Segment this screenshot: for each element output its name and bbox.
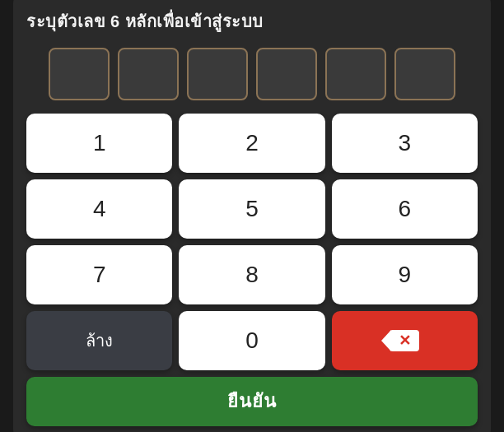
key-6-button[interactable]: 6 <box>332 179 478 239</box>
key-9-button[interactable]: 9 <box>332 245 478 304</box>
key-5-button[interactable]: 5 <box>179 179 324 239</box>
pin-entry-container: ระบุตัวเลข 6 หลักเพื่อเข้าสู่ระบบ 1 2 3 … <box>13 0 491 432</box>
key-1-button[interactable]: 1 <box>26 114 172 173</box>
delete-button[interactable]: ✕ <box>332 311 478 370</box>
key-2-button[interactable]: 2 <box>179 114 324 173</box>
key-4-button[interactable]: 4 <box>26 179 172 239</box>
key-8-button[interactable]: 8 <box>179 245 324 304</box>
digit-box-1 <box>49 48 110 100</box>
backspace-icon: ✕ <box>390 330 419 351</box>
key-0-button[interactable]: 0 <box>179 311 324 370</box>
bottom-row: ล้าง 0 ✕ <box>26 311 478 370</box>
digit-boxes-row <box>26 48 478 100</box>
digit-box-3 <box>187 48 248 100</box>
digit-box-4 <box>256 48 317 100</box>
key-3-button[interactable]: 3 <box>332 114 478 173</box>
page-title: ระบุตัวเลข 6 หลักเพื่อเข้าสู่ระบบ <box>26 8 478 35</box>
x-icon: ✕ <box>399 332 411 350</box>
key-7-button[interactable]: 7 <box>26 245 172 304</box>
digit-box-2 <box>118 48 179 100</box>
confirm-button[interactable]: ยืนยัน <box>26 377 478 426</box>
keypad-grid: 1 2 3 4 5 6 7 8 9 <box>26 114 478 304</box>
digit-box-6 <box>394 48 455 100</box>
digit-box-5 <box>325 48 386 100</box>
clear-button[interactable]: ล้าง <box>26 311 172 370</box>
